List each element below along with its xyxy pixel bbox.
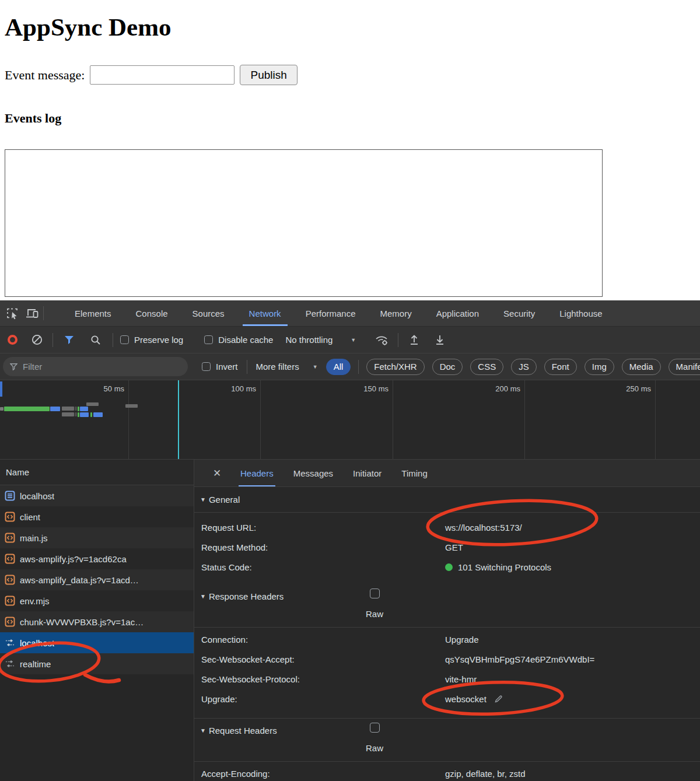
filter-icon[interactable] <box>59 330 79 350</box>
network-overview-timeline[interactable]: 50 ms100 ms150 ms200 ms250 ms <box>0 380 700 460</box>
header-label: Accept-Encoding: <box>194 769 445 779</box>
search-icon[interactable] <box>86 330 106 350</box>
filter-placeholder: Filter <box>23 362 42 372</box>
tab-performance[interactable]: Performance <box>293 300 368 326</box>
filter-pill-font[interactable]: Font <box>544 359 577 375</box>
waterfall-bar <box>75 407 77 411</box>
request-name: aws-amplify.js?v=1acd62ca <box>20 554 127 564</box>
header-label: Request URL: <box>194 523 445 533</box>
details-tabbar: ✕ HeadersMessagesInitiatorTiming <box>194 460 700 487</box>
raw-label: Raw <box>366 609 383 619</box>
header-row: Sec-Websocket-Protocol:vite-hmr <box>194 669 700 689</box>
close-icon[interactable]: ✕ <box>208 467 226 479</box>
load-event-marker <box>178 380 179 459</box>
filter-pill-css[interactable]: CSS <box>470 359 503 375</box>
details-tab-initiator[interactable]: Initiator <box>343 460 391 486</box>
header-value-text: GET <box>445 542 463 552</box>
header-label: Connection: <box>194 635 445 645</box>
events-log-box <box>5 149 603 297</box>
request-row-chunkWVWVPBXBjsv1ac[interactable]: chunk-WVWVPBXB.js?v=1ac… <box>0 611 194 632</box>
more-filters-dropdown[interactable]: More filters ▼ <box>256 362 318 372</box>
timeline-gridline <box>393 380 393 459</box>
checkbox-box[interactable] <box>204 335 213 344</box>
request-row-mainjs[interactable]: main.js <box>0 527 194 548</box>
timeline-tick-label: 100 ms <box>207 384 256 393</box>
details-tab-headers[interactable]: Headers <box>230 460 284 486</box>
raw-checkbox[interactable] <box>370 723 380 733</box>
request-row-awsamplifydatajsv1ac[interactable]: aws-amplify_data.js?v=1acd… <box>0 569 194 590</box>
section-request-headers[interactable]: ▼ Request Headers Raw <box>194 719 700 762</box>
header-value: Upgrade <box>445 635 479 645</box>
request-row-client[interactable]: client <box>0 506 194 527</box>
device-toolbar-icon[interactable] <box>22 303 42 323</box>
filter-pill-media[interactable]: Media <box>622 359 661 375</box>
checkbox-box[interactable] <box>120 335 129 344</box>
tab-application[interactable]: Application <box>424 300 491 326</box>
request-details-panel: ✕ HeadersMessagesInitiatorTiming ▼ Gener… <box>194 460 700 781</box>
tab-sources[interactable]: Sources <box>180 300 237 326</box>
filter-pill-all[interactable]: All <box>326 359 351 375</box>
waterfall-bar <box>80 412 89 417</box>
tab-console[interactable]: Console <box>124 300 180 326</box>
script-icon <box>5 512 15 522</box>
divider <box>358 360 359 374</box>
waterfall-bar <box>86 402 99 406</box>
import-har-icon[interactable] <box>404 330 424 350</box>
timeline-selection-sliver <box>0 381 2 397</box>
section-title: General <box>209 495 240 505</box>
filter-pill-doc[interactable]: Doc <box>432 359 463 375</box>
waterfall-bar <box>80 407 88 411</box>
tab-network[interactable]: Network <box>237 300 293 326</box>
header-value: websocket <box>445 694 503 704</box>
header-row: Status Code:101 Switching Protocols <box>194 557 700 577</box>
timeline-gridline <box>128 380 129 459</box>
tab-memory[interactable]: Memory <box>368 300 424 326</box>
divider <box>43 306 44 320</box>
pencil-edit-icon[interactable] <box>494 694 503 703</box>
triangle-down-icon: ▼ <box>200 593 206 600</box>
name-column-header[interactable]: Name <box>0 460 194 485</box>
section-response-headers[interactable]: ▼ Response Headers Raw <box>194 584 700 628</box>
export-har-icon[interactable] <box>430 330 450 350</box>
header-row: Accept-Encoding:gzip, deflate, br, zstd <box>194 764 700 781</box>
divider <box>113 333 113 347</box>
filter-pill-manifest[interactable]: Manifest <box>668 359 700 375</box>
tab-security[interactable]: Security <box>491 300 547 326</box>
request-row-localhost[interactable]: localhost <box>0 632 194 653</box>
publish-button[interactable]: Publish <box>240 65 297 85</box>
filter-pill-img[interactable]: Img <box>584 359 614 375</box>
network-conditions-icon[interactable] <box>372 330 392 350</box>
waterfall-bar <box>90 412 92 417</box>
request-row-awsamplifyjsv1acd62c[interactable]: aws-amplify.js?v=1acd62ca <box>0 548 194 569</box>
details-tab-timing[interactable]: Timing <box>391 460 437 486</box>
record-button[interactable] <box>8 335 18 345</box>
header-row: Connection:Upgrade <box>194 629 700 649</box>
raw-checkbox[interactable] <box>370 589 380 598</box>
request-row-envmjs[interactable]: env.mjs <box>0 590 194 611</box>
request-row-realtime[interactable]: realtime <box>0 653 194 674</box>
event-message-input[interactable] <box>90 65 235 85</box>
events-log-heading: Events log <box>5 111 700 126</box>
filter-pill-js[interactable]: JS <box>511 359 537 375</box>
request-name: aws-amplify_data.js?v=1acd… <box>20 575 139 585</box>
throttling-select[interactable]: No throttling ▼ <box>285 335 356 345</box>
timeline-tick-label: 150 ms <box>340 384 388 393</box>
page-title: AppSync Demo <box>5 0 700 41</box>
section-general[interactable]: ▼ General <box>194 487 700 513</box>
invert-checkbox[interactable]: Invert <box>202 362 238 372</box>
request-row-localhost[interactable]: localhost <box>0 485 194 506</box>
details-tab-messages[interactable]: Messages <box>284 460 343 486</box>
tab-elements[interactable]: Elements <box>62 300 124 326</box>
timeline-tick-label: 200 ms <box>471 384 520 393</box>
invert-label: Invert <box>216 362 238 372</box>
header-value-text: ws://localhost:5173/ <box>445 523 522 533</box>
inspect-element-icon[interactable] <box>2 303 22 323</box>
header-value-text: 101 Switching Protocols <box>458 562 551 572</box>
preserve-log-checkbox[interactable]: Preserve log <box>120 335 183 345</box>
checkbox-box[interactable] <box>202 362 211 371</box>
tab-lighthouse[interactable]: Lighthouse <box>547 300 614 326</box>
filter-pill-fetchxhr[interactable]: Fetch/XHR <box>366 359 424 375</box>
clear-icon[interactable] <box>27 330 47 350</box>
disable-cache-checkbox[interactable]: Disable cache <box>204 335 273 345</box>
filter-input[interactable]: Filter <box>3 357 188 376</box>
